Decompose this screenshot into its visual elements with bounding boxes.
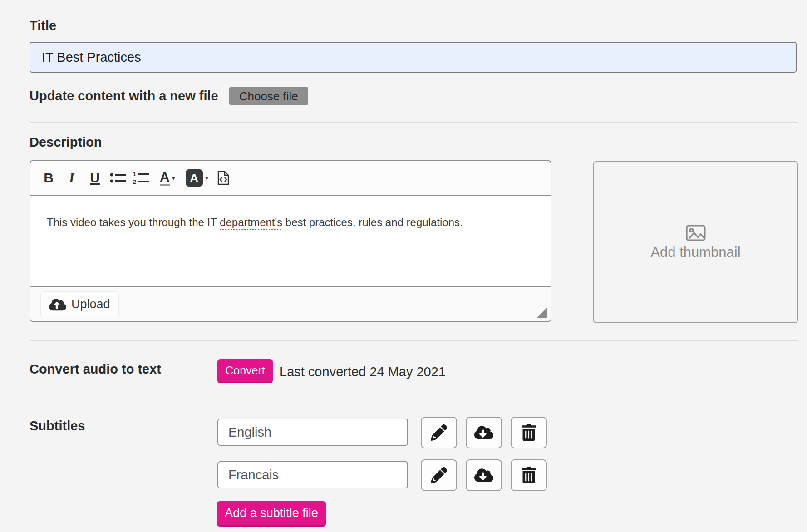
subtitle-language-input[interactable]: [217, 461, 408, 488]
chevron-down-icon: ▾: [172, 174, 176, 182]
bold-icon: B: [44, 170, 54, 186]
section-divider: [30, 122, 798, 123]
background-color-button[interactable]: A ▾: [183, 165, 211, 191]
svg-text:1: 1: [133, 171, 136, 177]
delete-subtitle-button[interactable]: [511, 417, 547, 448]
choose-file-button[interactable]: Choose file: [229, 87, 308, 105]
chevron-down-icon: ▾: [205, 174, 209, 182]
editor-footer: Upload: [30, 286, 551, 321]
underline-icon: U: [90, 170, 100, 186]
source-code-button[interactable]: [212, 165, 234, 191]
image-icon: [685, 224, 706, 241]
cloud-download-icon: [474, 468, 493, 483]
title-label: Title: [30, 18, 56, 33]
resize-handle[interactable]: [536, 307, 547, 318]
update-content-row: Update content with a new file Choose fi…: [30, 87, 308, 105]
upload-button[interactable]: Upload: [40, 291, 119, 317]
add-thumbnail-label: Add thumbnail: [650, 244, 740, 261]
numbered-list-icon: 1 2: [133, 171, 149, 185]
description-editor: B I U 1 2 A ▾ A ▾: [30, 160, 551, 322]
bullet-list-button[interactable]: [107, 165, 129, 191]
spellcheck-word: department's: [220, 216, 282, 228]
pencil-icon: [431, 467, 447, 483]
pencil-icon: [431, 424, 447, 441]
cloud-download-icon: [474, 425, 493, 440]
convert-status: Last converted 24 May 2021: [280, 365, 446, 379]
upload-cloud-icon: [49, 298, 66, 311]
convert-audio-label: Convert audio to text: [30, 362, 161, 377]
add-thumbnail-button[interactable]: Add thumbnail: [593, 161, 798, 323]
source-code-icon: [217, 171, 230, 185]
trash-icon: [522, 424, 536, 441]
text-color-icon: A: [160, 170, 170, 187]
editor-toolbar: B I U 1 2 A ▾ A ▾: [30, 161, 551, 196]
numbered-list-button[interactable]: 1 2: [130, 165, 152, 191]
bold-button[interactable]: B: [38, 165, 59, 191]
section-divider: [30, 399, 798, 399]
upload-label: Upload: [71, 297, 110, 311]
download-subtitle-button[interactable]: [466, 459, 502, 491]
subtitles-label: Subtitles: [30, 419, 85, 433]
svg-text:2: 2: [133, 178, 136, 185]
bullet-list-icon: [110, 171, 126, 185]
update-content-label: Update content with a new file: [30, 89, 218, 103]
description-text-area[interactable]: This video takes you through the IT depa…: [30, 196, 551, 286]
delete-subtitle-button[interactable]: [511, 459, 547, 491]
description-text: This video takes you through the IT depa…: [47, 216, 534, 229]
description-label: Description: [30, 135, 102, 150]
add-subtitle-button[interactable]: Add a subtitle file: [217, 501, 326, 527]
edit-subtitle-button[interactable]: [421, 459, 457, 491]
download-subtitle-button[interactable]: [466, 417, 502, 448]
underline-button[interactable]: U: [84, 165, 106, 191]
title-input[interactable]: [30, 42, 797, 73]
convert-button[interactable]: Convert: [217, 359, 273, 383]
italic-button[interactable]: I: [61, 165, 83, 191]
italic-icon: I: [69, 170, 74, 186]
subtitle-language-input[interactable]: [217, 419, 408, 446]
trash-icon: [522, 467, 536, 483]
text-color-button[interactable]: A ▾: [153, 165, 182, 191]
background-color-icon: A: [186, 169, 203, 187]
edit-subtitle-button[interactable]: [421, 417, 457, 448]
section-divider: [30, 340, 798, 341]
